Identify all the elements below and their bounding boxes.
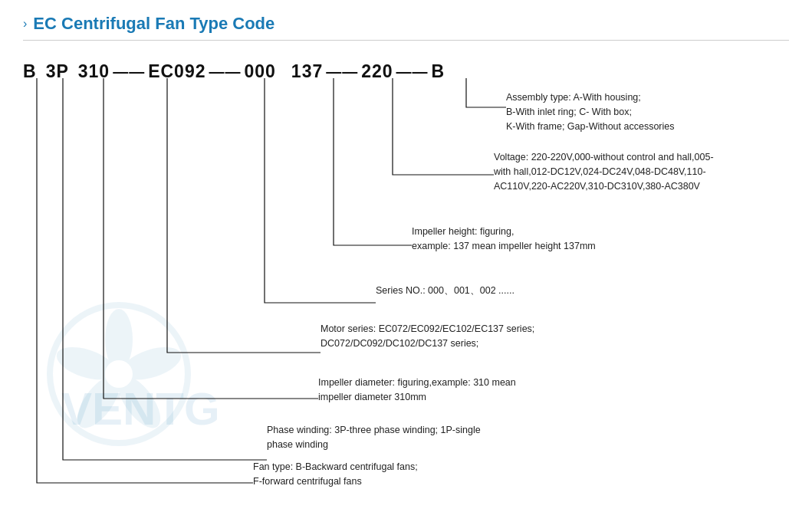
title-arrow: › [23,17,27,31]
code-dash7: —— [396,63,429,80]
desc-assembly: Assembly type: A-With housing; B-With in… [506,90,675,133]
code-dash6: —— [326,63,358,80]
desc-fan-type: Fan type: B-Backward centrifugal fans; F… [253,460,418,489]
code-dash4: —— [209,63,241,80]
desc-impeller-dia: Impeller diameter: figuring,example: 310… [318,376,516,405]
desc-phase: Phase winding: 3P-three phase winding; 1… [267,423,481,452]
code-b: B [23,61,37,82]
code-3p: 3P [46,61,69,82]
desc-motor: Motor series: EC072/EC092/EC102/EC137 se… [321,322,534,351]
page: › EC Centrifugal Fan Type Code VENTG [0,0,812,512]
desc-voltage: Voltage: 220-220V,000-without control an… [494,150,714,193]
code-b2: B [432,61,445,82]
code-220: 220 [361,61,393,82]
page-title: EC Centrifugal Fan Type Code [33,14,275,34]
code-dash3: —— [113,63,145,80]
code-137: 137 [291,61,323,82]
code-310: 310 [78,61,110,82]
desc-series: Series NO.: 000、001、002 ...... [376,284,514,298]
code-ec092: EC092 [148,61,205,82]
title-row: › EC Centrifugal Fan Type Code [23,14,789,41]
desc-impeller-height: Impeller height: figuring, example: 137 … [412,225,596,254]
watermark-text: VENTG [61,382,220,435]
code-000: 000 [244,61,275,82]
type-code-row: B 3P 310 —— EC092 —— 000 137 —— 220 —— B [23,61,445,82]
